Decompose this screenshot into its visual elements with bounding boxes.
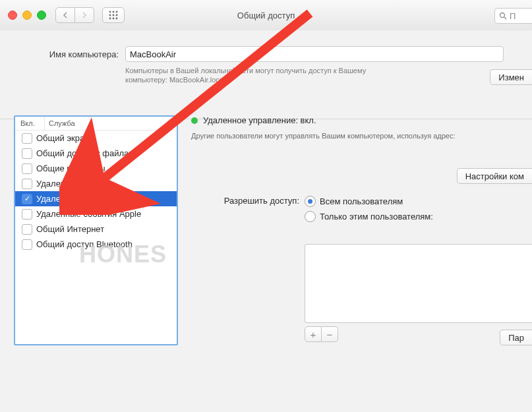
service-row[interactable]: Удаленные события Apple (15, 206, 177, 221)
status-title: Удаленное управление: вкл. (203, 115, 316, 125)
service-label: Общий Интернет (36, 224, 104, 234)
service-checkbox[interactable] (22, 148, 32, 159)
remove-user-button[interactable]: − (322, 326, 338, 342)
service-checkbox[interactable] (22, 224, 32, 235)
window-controls (8, 11, 46, 20)
status-dot-icon (191, 117, 198, 124)
service-row[interactable]: Удаленное управление (15, 191, 177, 206)
search-icon (499, 12, 507, 20)
user-add-remove: + − (305, 326, 338, 342)
computer-name-hint: Компьютеры в Вашей локальной сети могут … (125, 66, 409, 84)
service-label: Удаленное управление (36, 194, 129, 204)
computer-name-label: Имя компьютера: (0, 49, 125, 59)
svg-point-8 (116, 18, 118, 20)
radio-all-users[interactable]: Всем пользователям (305, 196, 433, 207)
search-placeholder: П (510, 11, 516, 21)
forward-button[interactable] (75, 7, 94, 23)
service-checkbox[interactable] (22, 239, 32, 250)
service-label: Общие принтеры (36, 163, 105, 173)
svg-point-0 (109, 11, 111, 13)
svg-line-10 (504, 17, 506, 19)
zoom-icon[interactable] (37, 11, 46, 20)
svg-point-3 (109, 15, 111, 16)
services-header: Вкл. Служба (15, 117, 177, 131)
service-row[interactable]: Общий доступ Bluetooth (15, 237, 177, 252)
options-button[interactable]: Пар (500, 330, 532, 345)
svg-point-2 (116, 11, 118, 13)
service-row[interactable]: Общий экран (15, 131, 177, 146)
service-label: Общий экран (36, 133, 89, 143)
show-all-button[interactable] (102, 7, 125, 23)
svg-point-1 (113, 11, 115, 13)
service-checkbox[interactable] (22, 209, 32, 220)
svg-point-7 (113, 18, 115, 20)
edit-button[interactable]: Измен (490, 69, 532, 85)
close-icon[interactable] (8, 11, 17, 20)
nav-back-forward (55, 7, 94, 23)
allow-access-label: Разрешить доступ: (191, 196, 305, 206)
service-row[interactable]: Удаленный вход (15, 176, 177, 191)
search-input[interactable]: П (494, 8, 532, 24)
service-checkbox[interactable] (22, 179, 32, 189)
computer-settings-button[interactable]: Настройки ком (457, 168, 532, 184)
service-label: Общий доступ к файлам (36, 148, 134, 158)
service-row[interactable]: Общий Интернет (15, 221, 177, 237)
computer-name-section: Имя компьютера: Компьютеры в Вашей локал… (0, 30, 532, 119)
allowed-users-list[interactable] (305, 244, 532, 323)
status-line: Удаленное управление: вкл. (191, 115, 532, 125)
computer-name-field[interactable] (125, 46, 504, 62)
services-panel: Вкл. Служба Общий экранОбщий доступ к фа… (14, 115, 178, 345)
svg-point-5 (116, 15, 118, 16)
allow-access-section: Разрешить доступ: Всем пользователям Тол… (191, 196, 532, 222)
svg-point-4 (113, 15, 115, 16)
service-label: Общий доступ Bluetooth (36, 239, 133, 249)
col-on: Вкл. (15, 117, 45, 130)
add-user-button[interactable]: + (305, 326, 322, 342)
service-checkbox[interactable] (22, 194, 32, 204)
status-subtitle: Другие пользователи могут управлять Ваши… (191, 132, 532, 140)
service-label: Удаленные события Apple (36, 209, 141, 219)
radio-only-users[interactable]: Только этим пользователям: (305, 211, 433, 222)
service-row[interactable]: Общие принтеры (15, 161, 177, 176)
minimize-icon[interactable] (22, 11, 32, 20)
service-label: Удаленный вход (36, 179, 102, 189)
radio-icon (305, 196, 316, 207)
service-row[interactable]: Общий доступ к файлам (15, 146, 177, 161)
back-button[interactable] (55, 7, 75, 23)
service-checkbox[interactable] (22, 163, 32, 174)
col-service: Служба (45, 119, 75, 127)
svg-point-6 (109, 18, 111, 20)
service-checkbox[interactable] (22, 133, 32, 144)
titlebar: Общий доступ П (0, 0, 532, 31)
svg-point-9 (500, 13, 505, 18)
radio-icon (305, 211, 316, 222)
